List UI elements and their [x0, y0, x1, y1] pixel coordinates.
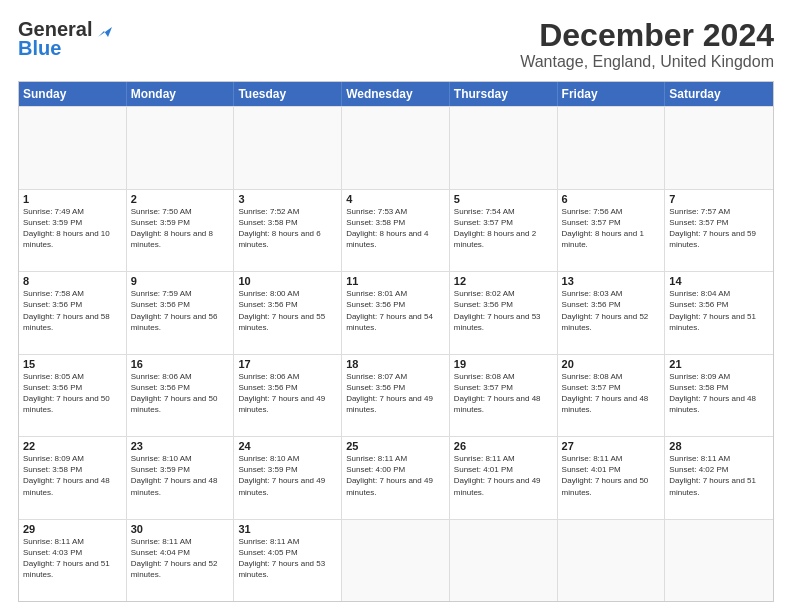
calendar-week-5: 29 Sunrise: 8:11 AM Sunset: 4:03 PM Dayl…	[19, 519, 773, 601]
sunset-text: Sunset: 3:56 PM	[562, 300, 621, 309]
cell-info: Sunrise: 8:11 AM Sunset: 4:01 PM Dayligh…	[562, 453, 661, 498]
sunrise-text: Sunrise: 7:59 AM	[131, 289, 192, 298]
cell-info: Sunrise: 8:02 AM Sunset: 3:56 PM Dayligh…	[454, 288, 553, 333]
sunset-text: Sunset: 3:58 PM	[669, 383, 728, 392]
daylight-text: Daylight: 7 hours and 52 minutes.	[131, 559, 218, 579]
sunrise-text: Sunrise: 8:10 AM	[131, 454, 192, 463]
col-thursday: Thursday	[450, 82, 558, 106]
daylight-text: Daylight: 7 hours and 49 minutes.	[454, 476, 541, 496]
calendar-cell-3-6: 21 Sunrise: 8:09 AM Sunset: 3:58 PM Dayl…	[665, 355, 773, 436]
cell-info: Sunrise: 7:53 AM Sunset: 3:58 PM Dayligh…	[346, 206, 445, 251]
sunrise-text: Sunrise: 7:54 AM	[454, 207, 515, 216]
sunrise-text: Sunrise: 7:52 AM	[238, 207, 299, 216]
cell-info: Sunrise: 7:50 AM Sunset: 3:59 PM Dayligh…	[131, 206, 230, 251]
calendar-week-2: 8 Sunrise: 7:58 AM Sunset: 3:56 PM Dayli…	[19, 271, 773, 353]
daylight-text: Daylight: 7 hours and 50 minutes.	[131, 394, 218, 414]
logo-blue-text: Blue	[18, 37, 61, 60]
day-number: 5	[454, 193, 553, 205]
daylight-text: Daylight: 7 hours and 51 minutes.	[669, 312, 756, 332]
sunset-text: Sunset: 3:58 PM	[238, 218, 297, 227]
title-block: December 2024 Wantage, England, United K…	[520, 18, 774, 71]
col-friday: Friday	[558, 82, 666, 106]
calendar-cell-4-2: 24 Sunrise: 8:10 AM Sunset: 3:59 PM Dayl…	[234, 437, 342, 518]
daylight-text: Daylight: 7 hours and 54 minutes.	[346, 312, 433, 332]
calendar-week-3: 15 Sunrise: 8:05 AM Sunset: 3:56 PM Dayl…	[19, 354, 773, 436]
daylight-text: Daylight: 7 hours and 48 minutes.	[131, 476, 218, 496]
daylight-text: Daylight: 7 hours and 50 minutes.	[23, 394, 110, 414]
sunrise-text: Sunrise: 8:04 AM	[669, 289, 730, 298]
cell-info: Sunrise: 8:09 AM Sunset: 3:58 PM Dayligh…	[23, 453, 122, 498]
sunrise-text: Sunrise: 8:02 AM	[454, 289, 515, 298]
day-number: 10	[238, 275, 337, 287]
sunset-text: Sunset: 3:57 PM	[562, 383, 621, 392]
daylight-text: Daylight: 8 hours and 8 minutes.	[131, 229, 213, 249]
daylight-text: Daylight: 7 hours and 48 minutes.	[562, 394, 649, 414]
sunset-text: Sunset: 3:56 PM	[238, 300, 297, 309]
calendar-cell-4-0: 22 Sunrise: 8:09 AM Sunset: 3:58 PM Dayl…	[19, 437, 127, 518]
sunset-text: Sunset: 3:58 PM	[346, 218, 405, 227]
day-number: 17	[238, 358, 337, 370]
cell-info: Sunrise: 7:54 AM Sunset: 3:57 PM Dayligh…	[454, 206, 553, 251]
calendar-cell-0-0	[19, 107, 127, 188]
daylight-text: Daylight: 7 hours and 49 minutes.	[346, 394, 433, 414]
sunset-text: Sunset: 3:56 PM	[454, 300, 513, 309]
calendar-cell-5-2: 31 Sunrise: 8:11 AM Sunset: 4:05 PM Dayl…	[234, 520, 342, 601]
calendar-title: December 2024	[520, 18, 774, 53]
cell-info: Sunrise: 8:06 AM Sunset: 3:56 PM Dayligh…	[131, 371, 230, 416]
sunrise-text: Sunrise: 8:08 AM	[454, 372, 515, 381]
day-number: 11	[346, 275, 445, 287]
sunset-text: Sunset: 4:01 PM	[562, 465, 621, 474]
calendar-cell-0-2	[234, 107, 342, 188]
day-number: 24	[238, 440, 337, 452]
calendar-cell-4-6: 28 Sunrise: 8:11 AM Sunset: 4:02 PM Dayl…	[665, 437, 773, 518]
sunset-text: Sunset: 3:56 PM	[238, 383, 297, 392]
cell-info: Sunrise: 7:56 AM Sunset: 3:57 PM Dayligh…	[562, 206, 661, 251]
day-number: 2	[131, 193, 230, 205]
cell-info: Sunrise: 8:03 AM Sunset: 3:56 PM Dayligh…	[562, 288, 661, 333]
cell-info: Sunrise: 8:11 AM Sunset: 4:01 PM Dayligh…	[454, 453, 553, 498]
day-number: 16	[131, 358, 230, 370]
sunset-text: Sunset: 3:58 PM	[23, 465, 82, 474]
calendar-cell-3-4: 19 Sunrise: 8:08 AM Sunset: 3:57 PM Dayl…	[450, 355, 558, 436]
col-sunday: Sunday	[19, 82, 127, 106]
calendar-cell-3-5: 20 Sunrise: 8:08 AM Sunset: 3:57 PM Dayl…	[558, 355, 666, 436]
day-number: 7	[669, 193, 769, 205]
calendar-cell-1-1: 2 Sunrise: 7:50 AM Sunset: 3:59 PM Dayli…	[127, 190, 235, 271]
calendar-cell-1-2: 3 Sunrise: 7:52 AM Sunset: 3:58 PM Dayli…	[234, 190, 342, 271]
cell-info: Sunrise: 8:08 AM Sunset: 3:57 PM Dayligh…	[562, 371, 661, 416]
cell-info: Sunrise: 8:05 AM Sunset: 3:56 PM Dayligh…	[23, 371, 122, 416]
sunrise-text: Sunrise: 8:01 AM	[346, 289, 407, 298]
calendar-cell-4-1: 23 Sunrise: 8:10 AM Sunset: 3:59 PM Dayl…	[127, 437, 235, 518]
cell-info: Sunrise: 8:06 AM Sunset: 3:56 PM Dayligh…	[238, 371, 337, 416]
sunset-text: Sunset: 3:57 PM	[454, 383, 513, 392]
calendar-cell-3-3: 18 Sunrise: 8:07 AM Sunset: 3:56 PM Dayl…	[342, 355, 450, 436]
sunset-text: Sunset: 3:56 PM	[346, 300, 405, 309]
calendar-cell-4-4: 26 Sunrise: 8:11 AM Sunset: 4:01 PM Dayl…	[450, 437, 558, 518]
sunrise-text: Sunrise: 7:50 AM	[131, 207, 192, 216]
calendar-week-0	[19, 106, 773, 188]
day-number: 25	[346, 440, 445, 452]
cell-info: Sunrise: 8:09 AM Sunset: 3:58 PM Dayligh…	[669, 371, 769, 416]
svg-marker-0	[98, 27, 112, 37]
sunset-text: Sunset: 3:56 PM	[669, 300, 728, 309]
sunrise-text: Sunrise: 7:49 AM	[23, 207, 84, 216]
calendar-cell-1-4: 5 Sunrise: 7:54 AM Sunset: 3:57 PM Dayli…	[450, 190, 558, 271]
header: General Blue December 2024 Wantage, Engl…	[18, 18, 774, 71]
calendar-cell-0-3	[342, 107, 450, 188]
day-number: 26	[454, 440, 553, 452]
sunrise-text: Sunrise: 8:11 AM	[238, 537, 299, 546]
day-number: 6	[562, 193, 661, 205]
calendar-week-1: 1 Sunrise: 7:49 AM Sunset: 3:59 PM Dayli…	[19, 189, 773, 271]
cell-info: Sunrise: 7:58 AM Sunset: 3:56 PM Dayligh…	[23, 288, 122, 333]
sunset-text: Sunset: 3:59 PM	[131, 465, 190, 474]
calendar-cell-2-2: 10 Sunrise: 8:00 AM Sunset: 3:56 PM Dayl…	[234, 272, 342, 353]
cell-info: Sunrise: 7:52 AM Sunset: 3:58 PM Dayligh…	[238, 206, 337, 251]
calendar-cell-4-5: 27 Sunrise: 8:11 AM Sunset: 4:01 PM Dayl…	[558, 437, 666, 518]
sunrise-text: Sunrise: 8:11 AM	[23, 537, 84, 546]
col-saturday: Saturday	[665, 82, 773, 106]
cell-info: Sunrise: 8:00 AM Sunset: 3:56 PM Dayligh…	[238, 288, 337, 333]
cell-info: Sunrise: 7:49 AM Sunset: 3:59 PM Dayligh…	[23, 206, 122, 251]
calendar-cell-2-4: 12 Sunrise: 8:02 AM Sunset: 3:56 PM Dayl…	[450, 272, 558, 353]
cell-info: Sunrise: 7:59 AM Sunset: 3:56 PM Dayligh…	[131, 288, 230, 333]
sunset-text: Sunset: 4:01 PM	[454, 465, 513, 474]
